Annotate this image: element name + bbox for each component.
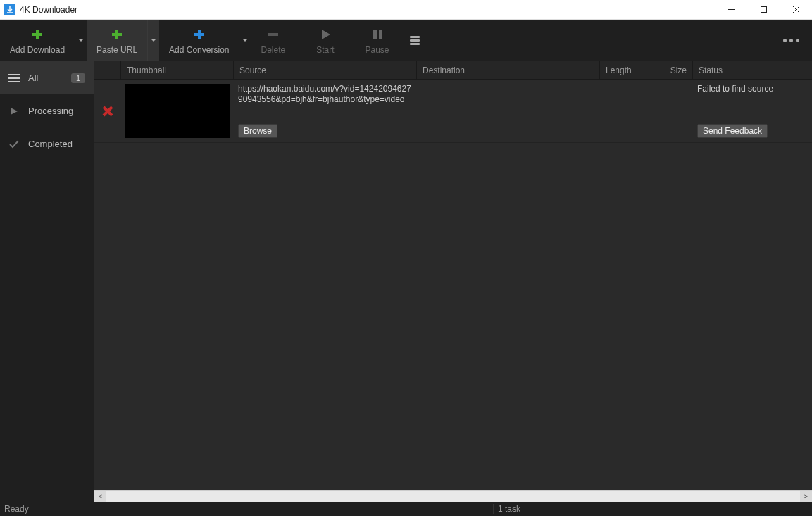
svg-rect-5 — [410, 39, 420, 42]
table-row[interactable]: https://haokan.baidu.com/v?vid=142420946… — [94, 80, 812, 143]
sidebar-item-label: Completed — [28, 139, 85, 149]
add-download-dropdown[interactable] — [75, 20, 87, 61]
minimize-button[interactable] — [715, 0, 747, 19]
sidebar-item-label: All — [28, 73, 63, 83]
col-header-size[interactable]: Size — [663, 61, 693, 79]
window-controls — [715, 0, 812, 19]
close-button[interactable] — [780, 0, 812, 19]
plus-icon — [192, 27, 206, 42]
sidebar: All 1 Processing Completed — [0, 61, 94, 502]
row-thumbnail — [121, 80, 234, 142]
row-status: Failed to find source Send Feedback — [693, 80, 812, 142]
send-feedback-button[interactable]: Send Feedback — [697, 124, 768, 138]
svg-rect-6 — [410, 43, 420, 45]
scroll-right-button[interactable]: > — [800, 491, 812, 502]
row-source: https://haokan.baidu.com/v?vid=142420946… — [234, 80, 417, 142]
status-text: Failed to find source — [697, 84, 808, 94]
sidebar-badge: 1 — [71, 73, 85, 83]
sidebar-item-label: Processing — [28, 106, 85, 116]
more-button[interactable] — [770, 20, 812, 61]
minus-icon — [266, 27, 280, 42]
col-header-length[interactable]: Length — [600, 61, 663, 79]
paste-url-dropdown[interactable] — [147, 20, 159, 61]
browse-button[interactable]: Browse — [238, 124, 277, 138]
play-icon — [318, 27, 332, 42]
toolbar: Add Download Paste URL Add Conversion De… — [0, 20, 812, 61]
svg-rect-4 — [410, 36, 420, 38]
window-title: 4K Downloader — [20, 5, 715, 15]
pause-icon — [370, 27, 385, 42]
col-header-source[interactable]: Source — [234, 61, 417, 79]
column-headers: Thumbnail Source Destination Length Size… — [94, 61, 812, 80]
sidebar-item-processing[interactable]: Processing — [0, 94, 94, 127]
col-header-delete[interactable] — [94, 61, 121, 79]
horizontal-scrollbar[interactable]: < > — [94, 490, 812, 502]
row-size — [663, 80, 693, 142]
pause-button[interactable]: Pause — [356, 20, 399, 61]
col-header-status[interactable]: Status — [693, 61, 812, 79]
thumbnail-placeholder — [125, 84, 230, 138]
scroll-left-button[interactable]: < — [94, 491, 106, 502]
dots-icon — [783, 39, 787, 42]
x-icon — [102, 106, 113, 117]
start-label: Start — [316, 45, 334, 55]
plus-icon — [30, 27, 44, 42]
app-icon — [4, 4, 15, 15]
status-left: Ready — [0, 504, 493, 514]
start-button[interactable]: Start — [295, 20, 355, 61]
scroll-track[interactable] — [106, 491, 800, 502]
status-right: 1 task — [493, 504, 812, 514]
add-conversion-dropdown[interactable] — [239, 20, 251, 61]
paste-url-label: Paste URL — [96, 45, 137, 55]
delete-button[interactable]: Delete — [251, 20, 295, 61]
plus-icon — [110, 27, 124, 42]
svg-rect-1 — [761, 7, 766, 13]
delete-label: Delete — [261, 45, 285, 55]
content-area: Thumbnail Source Destination Length Size… — [94, 61, 812, 502]
check-icon — [8, 140, 20, 149]
add-conversion-button[interactable]: Add Conversion — [159, 20, 239, 61]
paste-url-button[interactable]: Paste URL — [87, 20, 147, 61]
main-area: All 1 Processing Completed Thumbnail Sou… — [0, 61, 812, 502]
col-header-destination[interactable]: Destination — [417, 61, 600, 79]
row-delete-button[interactable] — [94, 80, 121, 142]
add-conversion-label: Add Conversion — [169, 45, 229, 55]
add-download-button[interactable]: Add Download — [0, 20, 75, 61]
title-bar: 4K Downloader — [0, 0, 812, 20]
hamburger-icon — [8, 74, 20, 82]
maximize-button[interactable] — [747, 0, 780, 19]
add-download-label: Add Download — [10, 45, 65, 55]
svg-rect-2 — [373, 30, 377, 39]
pause-label: Pause — [366, 45, 389, 55]
sidebar-item-all[interactable]: All 1 — [0, 61, 94, 94]
row-container: https://haokan.baidu.com/v?vid=142420946… — [94, 80, 812, 490]
source-url: https://haokan.baidu.com/v?vid=142420946… — [238, 84, 413, 105]
row-length — [600, 80, 663, 142]
svg-rect-3 — [379, 30, 382, 39]
status-bar: Ready 1 task — [0, 502, 812, 516]
menu-button[interactable] — [399, 20, 430, 61]
col-header-thumbnail[interactable]: Thumbnail — [121, 61, 234, 79]
row-destination — [417, 80, 600, 142]
sidebar-item-completed[interactable]: Completed — [0, 127, 94, 161]
play-icon — [8, 107, 20, 115]
